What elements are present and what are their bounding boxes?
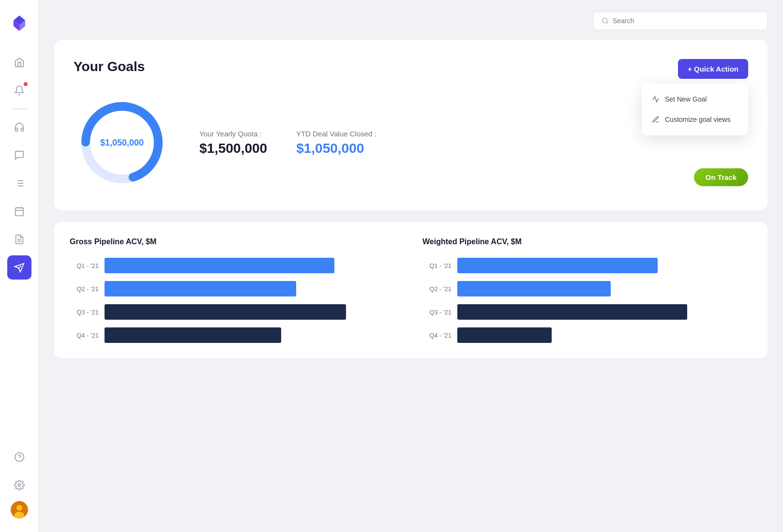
w-bar-container-q4 (457, 327, 752, 343)
table-row: Q4 - '21 (70, 327, 399, 343)
bar-label-q2: Q2 - '21 (70, 285, 99, 293)
ytd-stat: YTD Deal Value Closed : $1,050,000 (296, 130, 376, 156)
w-bar-label-q1: Q1 - '21 (422, 262, 452, 269)
set-goal-icon (651, 95, 660, 103)
sidebar-item-help[interactable] (7, 445, 31, 469)
customize-label: Customize goal views (665, 116, 730, 123)
main-content: Your Goals + Quick Action Set New Goal (39, 0, 783, 532)
sidebar-item-settings[interactable] (7, 473, 31, 497)
bar-fill-q3 (105, 304, 346, 320)
svg-rect-6 (15, 208, 23, 216)
bar-fill-q4 (105, 327, 281, 343)
gross-pipeline-chart: Gross Pipeline ACV, $M Q1 - '21 Q2 - '21… (70, 237, 399, 343)
sidebar (0, 0, 39, 532)
w-bar-fill-q3 (457, 304, 687, 320)
table-row: Q1 - '21 (422, 258, 752, 273)
w-bar-fill-q4 (457, 327, 552, 343)
goals-card: Your Goals + Quick Action Set New Goal (54, 40, 768, 210)
yearly-quota-label: Your Yearly Quota : (199, 130, 267, 138)
bar-label-q3: Q3 - '21 (70, 309, 99, 316)
search-input[interactable] (613, 17, 759, 25)
avatar[interactable] (11, 501, 28, 518)
bar-container-q4 (105, 327, 399, 343)
w-bar-container-q1 (457, 258, 752, 273)
dropdown-item-set-goal[interactable]: Set New Goal (642, 89, 748, 109)
sidebar-item-goals[interactable] (7, 255, 31, 280)
table-row: Q2 - '21 (70, 281, 399, 296)
dropdown-item-customize[interactable]: Customize goal views (642, 109, 748, 130)
sidebar-item-calendar[interactable] (7, 199, 31, 223)
page-title: Your Goals (74, 59, 145, 74)
yearly-quota-value: $1,500,000 (199, 141, 267, 156)
weighted-pipeline-title: Weighted Pipeline ACV, $M (422, 237, 752, 246)
on-track-badge: On Track (694, 168, 748, 186)
bar-container-q2 (105, 281, 399, 296)
sidebar-item-home[interactable] (7, 50, 31, 74)
quick-action-button[interactable]: + Quick Action (678, 59, 748, 79)
sidebar-item-reports[interactable] (7, 227, 31, 251)
w-bar-container-q3 (457, 304, 752, 320)
gross-pipeline-bars: Q1 - '21 Q2 - '21 Q3 - '21 (70, 258, 399, 343)
gross-pipeline-title: Gross Pipeline ACV, $M (70, 237, 399, 246)
customize-icon (651, 115, 660, 124)
sidebar-item-notifications[interactable] (7, 78, 31, 103)
w-bar-container-q2 (457, 281, 752, 296)
donut-center-value: $1,050,000 (100, 138, 144, 148)
donut-chart: $1,050,000 (74, 94, 170, 191)
charts-section: Gross Pipeline ACV, $M Q1 - '21 Q2 - '21… (54, 222, 768, 358)
w-bar-fill-q2 (457, 281, 611, 296)
ytd-label: YTD Deal Value Closed : (296, 130, 376, 138)
table-row: Q3 - '21 (422, 304, 752, 320)
sidebar-divider-1 (12, 108, 27, 109)
w-bar-label-q3: Q3 - '21 (422, 309, 452, 316)
svg-point-16 (18, 484, 21, 487)
search-icon (602, 17, 609, 25)
weighted-pipeline-bars: Q1 - '21 Q2 - '21 Q3 - '21 (422, 258, 752, 343)
bar-fill-q1 (105, 258, 334, 273)
top-bar (54, 12, 768, 30)
app-logo[interactable] (10, 14, 29, 35)
sidebar-item-headset[interactable] (7, 115, 31, 139)
sidebar-item-tasks[interactable] (7, 171, 31, 195)
svg-line-13 (18, 266, 21, 268)
w-bar-fill-q1 (457, 258, 658, 273)
bar-fill-q2 (105, 281, 296, 296)
svg-point-18 (16, 505, 22, 511)
stats-row: Your Yearly Quota : $1,500,000 YTD Deal … (199, 130, 376, 156)
bar-container-q1 (105, 258, 399, 273)
svg-line-21 (606, 22, 608, 24)
yearly-quota-stat: Your Yearly Quota : $1,500,000 (199, 130, 267, 156)
table-row: Q1 - '21 (70, 258, 399, 273)
bar-label-q1: Q1 - '21 (70, 262, 99, 269)
w-bar-label-q2: Q2 - '21 (422, 285, 452, 293)
bar-label-q4: Q4 - '21 (70, 332, 99, 339)
search-box[interactable] (593, 12, 768, 30)
quick-action-dropdown: Set New Goal Customize goal views (642, 83, 748, 135)
svg-point-20 (602, 18, 607, 23)
sidebar-item-chat[interactable] (7, 143, 31, 167)
w-bar-label-q4: Q4 - '21 (422, 332, 452, 339)
set-goal-label: Set New Goal (665, 95, 707, 103)
goals-header: Your Goals + Quick Action (74, 59, 748, 79)
bar-container-q3 (105, 304, 399, 320)
table-row: Q4 - '21 (422, 327, 752, 343)
weighted-pipeline-chart: Weighted Pipeline ACV, $M Q1 - '21 Q2 - … (422, 237, 752, 343)
table-row: Q3 - '21 (70, 304, 399, 320)
table-row: Q2 - '21 (422, 281, 752, 296)
ytd-value: $1,050,000 (296, 141, 376, 156)
